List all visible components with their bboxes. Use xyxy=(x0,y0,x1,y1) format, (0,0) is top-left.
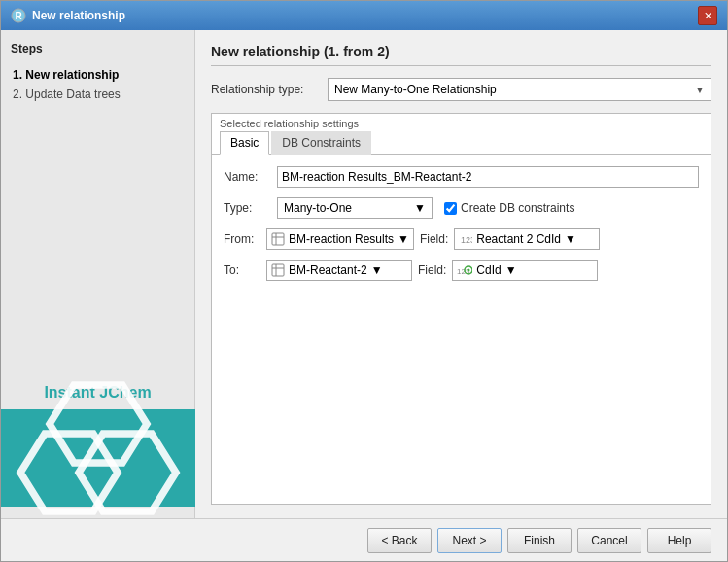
from-row: From: BM-reaction Results ▼ Field: xyxy=(224,228,699,250)
step-2: 2. Update Data trees xyxy=(11,85,185,104)
from-label: From: xyxy=(224,232,260,246)
from-table-value: BM-reaction Results xyxy=(289,232,394,246)
to-table-dropdown[interactable]: BM-Reactant-2 ▼ xyxy=(266,260,412,281)
type-label: Type: xyxy=(224,201,277,215)
next-button[interactable]: Next > xyxy=(437,528,502,553)
hex-icon xyxy=(1,361,195,518)
type-dropdown[interactable]: Many-to-One ▼ xyxy=(277,197,433,219)
to-field-arrow: ▼ xyxy=(505,263,517,277)
sidebar: Steps 1. New relationship 2. Update Data… xyxy=(1,30,195,518)
type-row: Type: Many-to-One ▼ Create DB constraint… xyxy=(224,197,699,219)
to-table-value: BM-Reactant-2 xyxy=(289,263,367,277)
dialog-title: New relationship xyxy=(32,9,125,22)
to-field-value: CdId xyxy=(476,263,501,277)
tab-content: Name: Type: Many-to-One ▼ Create DB cons… xyxy=(212,155,711,302)
dialog-footer: < Back Next > Finish Cancel Help xyxy=(1,518,727,561)
title-bar: R New relationship ✕ xyxy=(1,1,727,30)
type-value: Many-to-One xyxy=(284,201,352,215)
name-row: Name: xyxy=(224,166,699,188)
help-button[interactable]: Help xyxy=(647,528,711,553)
back-button[interactable]: < Back xyxy=(367,528,432,553)
steps-title: Steps xyxy=(11,42,185,55)
main-content: New relationship (1. from 2) Relationshi… xyxy=(195,30,727,518)
name-input[interactable] xyxy=(277,166,699,188)
step-1: 1. New relationship xyxy=(11,65,185,85)
dialog-body: Steps 1. New relationship 2. Update Data… xyxy=(1,30,727,518)
svg-marker-3 xyxy=(79,434,176,511)
to-field-dropdown[interactable]: 123 CdId ▼ xyxy=(452,260,598,281)
logo-box xyxy=(1,409,195,507)
svg-rect-5 xyxy=(272,233,284,245)
relationship-type-dropdown[interactable]: New Many-to-One Relationship ▼ xyxy=(328,78,711,101)
settings-group: Selected relationship settings Basic DB … xyxy=(211,113,711,505)
from-table-icon xyxy=(271,232,285,246)
svg-marker-4 xyxy=(20,434,118,511)
finish-button[interactable]: Finish xyxy=(507,528,572,553)
relationship-type-value: New Many-to-One Relationship xyxy=(334,83,497,96)
to-row: To: BM-Reactant-2 ▼ Field: xyxy=(224,260,699,281)
tabs-bar: Basic DB Constraints xyxy=(212,131,711,155)
svg-point-14 xyxy=(468,269,470,272)
main-title: New relationship (1. from 2) xyxy=(211,44,711,66)
tab-basic[interactable]: Basic xyxy=(220,131,269,155)
tab-db-constraints[interactable]: DB Constraints xyxy=(271,131,371,155)
from-field-icon: 123 xyxy=(459,232,472,246)
relationship-type-arrow: ▼ xyxy=(695,85,705,95)
create-db-label: Create DB constraints xyxy=(444,201,574,215)
to-field-icon: 123 xyxy=(457,263,472,277)
from-field-value: Reactant 2 CdId xyxy=(476,232,561,246)
settings-group-title: Selected relationship settings xyxy=(212,114,711,131)
from-field-label: Field: xyxy=(420,232,448,246)
logo-area: Instant JChem xyxy=(11,384,185,507)
type-arrow: ▼ xyxy=(414,201,426,215)
svg-text:R: R xyxy=(15,11,22,21)
relationship-type-label: Relationship type: xyxy=(211,83,328,96)
create-db-checkbox[interactable] xyxy=(444,202,457,215)
svg-marker-2 xyxy=(50,385,147,463)
to-table-icon xyxy=(271,263,285,277)
cancel-button[interactable]: Cancel xyxy=(577,528,641,553)
to-table-arrow: ▼ xyxy=(371,263,383,277)
from-field-dropdown[interactable]: 123 Reactant 2 CdId ▼ xyxy=(454,228,600,250)
svg-text:123: 123 xyxy=(461,235,472,245)
to-field-label: Field: xyxy=(418,263,446,277)
svg-rect-9 xyxy=(272,264,284,276)
relationship-type-row: Relationship type: New Many-to-One Relat… xyxy=(211,78,711,101)
from-table-arrow: ▼ xyxy=(398,232,409,246)
dialog: R New relationship ✕ Steps 1. New relati… xyxy=(0,0,728,562)
to-label: To: xyxy=(224,263,260,277)
from-table-dropdown[interactable]: BM-reaction Results ▼ xyxy=(266,228,414,250)
name-label: Name: xyxy=(224,170,277,184)
close-button[interactable]: ✕ xyxy=(698,6,717,25)
from-field-arrow: ▼ xyxy=(565,232,576,246)
dialog-icon: R xyxy=(11,8,26,23)
